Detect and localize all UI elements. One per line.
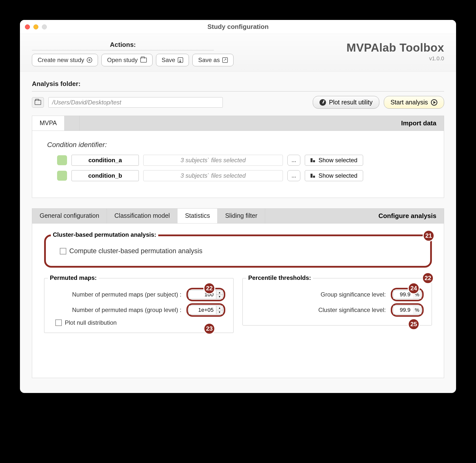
permuted-fieldset: Permuted maps: Number of permuted maps (…	[44, 278, 234, 333]
chevron-up-icon[interactable]: ▲	[216, 306, 223, 310]
condition-a-show-button[interactable]: Show selected	[305, 155, 363, 166]
save-as-icon	[222, 57, 228, 63]
start-analysis-label: Start analysis	[391, 99, 428, 106]
cluster-sig-spinner[interactable]: 99.9 %	[391, 303, 424, 317]
percent-label: %	[413, 306, 421, 314]
group-level-label: Number of permuted maps (group level) :	[72, 307, 181, 313]
brand-name: MVPAlab Toolbox	[346, 41, 444, 54]
condition-a-name[interactable]: condition_a	[72, 155, 139, 166]
status-led-icon	[57, 155, 67, 165]
chevron-down-icon[interactable]: ▼	[216, 310, 223, 314]
callout-22: 22	[203, 282, 215, 294]
brand-version: v1.0.0	[346, 55, 444, 62]
titlebar: Study configuration	[20, 20, 456, 34]
chevron-down-icon[interactable]: ▼	[216, 295, 223, 299]
plot-result-label: Plot result utility	[329, 99, 373, 106]
import-panel-title: Import data	[394, 116, 444, 131]
folder-open-icon	[140, 58, 147, 63]
group-sig-label: Group significance level:	[321, 291, 386, 298]
condition-a-files: 3 subjects` files selected	[143, 155, 283, 166]
actions-heading: Actions:	[32, 41, 214, 50]
save-as-button[interactable]: Save as	[192, 54, 234, 66]
tab-general[interactable]: General configuration	[32, 209, 107, 223]
brand: MVPAlab Toolbox v1.0.0	[346, 41, 444, 62]
config-tabbar: General configuration Classification mod…	[32, 208, 444, 224]
condition-a-browse-button[interactable]: ...	[287, 155, 300, 166]
tab-sliding[interactable]: Sliding filter	[218, 209, 265, 223]
callout-22b: 22	[422, 272, 434, 284]
plot-null-label: Plot null distribution	[65, 319, 117, 326]
path-text: /Users/David/Desktop/test	[52, 99, 121, 106]
callout-23: 23	[203, 323, 215, 335]
group-level-value[interactable]: 1e+05	[189, 306, 216, 314]
tab-empty[interactable]	[65, 116, 80, 131]
status-led-icon	[57, 171, 67, 181]
tree-icon	[311, 158, 316, 163]
spinner-buttons[interactable]: ▲▼	[216, 306, 223, 314]
condition-identifier-label: Condition identifier:	[47, 141, 429, 149]
per-subject-label: Number of permuted maps (per subject) :	[72, 291, 181, 298]
analysis-folder-label: Analysis folder:	[32, 80, 444, 88]
percentile-legend: Percentile thresholds:	[246, 274, 313, 281]
import-panel: Condition identifier: condition_a 3 subj…	[32, 131, 444, 198]
cluster-legend: Cluster-based permutation analysis:	[51, 231, 158, 238]
config-panel: Cluster-based permutation analysis: Comp…	[32, 224, 444, 378]
save-icon	[178, 57, 183, 63]
condition-b-browse-button[interactable]: ...	[287, 170, 300, 181]
config-panel-title: Configure analysis	[371, 209, 444, 223]
save-as-label: Save as	[198, 57, 220, 64]
divider	[32, 91, 444, 91]
condition-b-show-button[interactable]: Show selected	[305, 170, 363, 181]
tree-icon	[311, 173, 316, 178]
open-study-label: Open study	[107, 57, 138, 64]
app-window: Study configuration Actions: Create new …	[20, 20, 456, 393]
create-study-label: Create new study	[38, 57, 84, 64]
plus-icon	[87, 57, 92, 63]
callout-25: 25	[408, 318, 420, 330]
condition-row-a: condition_a 3 subjects` files selected .…	[47, 155, 429, 166]
folder-glyph-icon	[35, 100, 41, 105]
compute-cluster-label: Compute cluster-based permutation analys…	[69, 247, 202, 255]
save-label: Save	[162, 57, 175, 64]
cluster-fieldset: Cluster-based permutation analysis: Comp…	[44, 234, 432, 268]
tab-model[interactable]: Classification model	[107, 209, 177, 223]
group-level-spinner[interactable]: 1e+05 ▲▼	[186, 303, 225, 317]
open-study-button[interactable]: Open study	[101, 54, 153, 66]
plot-result-button[interactable]: Plot result utility	[313, 96, 379, 109]
start-analysis-button[interactable]: Start analysis	[384, 96, 444, 109]
permuted-legend: Permuted maps:	[48, 274, 99, 281]
folder-icon[interactable]	[32, 97, 44, 108]
chevron-up-icon[interactable]: ▲	[216, 290, 223, 295]
percentile-fieldset: Percentile thresholds: Group significanc…	[242, 278, 432, 325]
condition-b-files: 3 subjects` files selected	[143, 170, 283, 181]
tab-statistics[interactable]: Statistics	[177, 209, 218, 223]
condition-row-b: condition_b 3 subjects` files selected .…	[47, 170, 429, 181]
compute-cluster-checkbox[interactable]	[60, 248, 66, 254]
callout-24: 24	[408, 282, 420, 294]
spinner-buttons[interactable]: ▲▼	[216, 290, 223, 299]
tab-mvpa[interactable]: MVPA	[32, 116, 65, 131]
create-study-button[interactable]: Create new study	[32, 54, 98, 66]
window-title: Study configuration	[20, 23, 456, 31]
import-tabbar: MVPA Import data	[32, 116, 444, 131]
play-icon	[431, 99, 437, 106]
cluster-sig-value[interactable]: 99.9	[393, 306, 413, 314]
plot-null-checkbox[interactable]	[55, 319, 62, 326]
toolbar: Actions: Create new study Open study Sav…	[20, 34, 456, 72]
condition-b-name[interactable]: condition_b	[72, 170, 139, 181]
cluster-sig-label: Cluster significance level:	[318, 307, 386, 313]
gauge-icon	[319, 99, 326, 106]
callout-21: 21	[423, 230, 435, 242]
analysis-folder-path[interactable]: /Users/David/Desktop/test	[48, 97, 223, 108]
save-button[interactable]: Save	[156, 54, 189, 66]
